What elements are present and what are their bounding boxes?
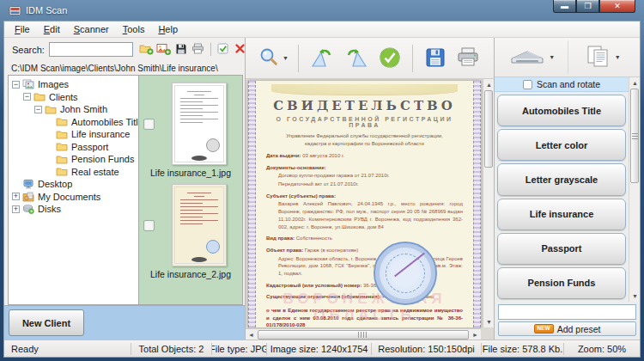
- collapse-icon[interactable]: [23, 93, 31, 101]
- add-preset-button[interactable]: NEW Add preset: [498, 321, 636, 336]
- accept-check-icon: [379, 46, 401, 70]
- status-ready: Ready: [4, 343, 131, 355]
- collapse-icon[interactable]: [12, 81, 20, 89]
- tree-item-label: Passport: [71, 142, 108, 152]
- save-button[interactable]: [173, 41, 190, 58]
- menu-tools[interactable]: Tools: [116, 22, 152, 36]
- scroll-left-arrow[interactable]: ◄: [246, 329, 257, 340]
- save-image-button[interactable]: [419, 42, 452, 75]
- dropdown-arrow-icon[interactable]: ▼: [549, 54, 555, 60]
- images-icon: [22, 79, 34, 89]
- preset-automobiles-title[interactable]: Automobiles Title: [497, 95, 626, 126]
- folder-icon: [56, 155, 68, 164]
- tree-item-clients[interactable]: Clients: [10, 91, 138, 104]
- thumbnail-image[interactable]: [172, 184, 227, 266]
- preset-letter-color[interactable]: Letter color: [497, 129, 626, 161]
- scroll-up-arrow[interactable]: ▲: [483, 79, 494, 90]
- rotate-right-icon: [343, 46, 370, 70]
- tree-item-disks[interactable]: Disks: [10, 203, 138, 216]
- menu-file[interactable]: File: [8, 22, 37, 36]
- tree-item-desktop[interactable]: Desktop: [10, 178, 138, 191]
- tree-item-john-smith[interactable]: John Smith: [10, 103, 138, 116]
- preset-life-insurance[interactable]: Life insurance: [497, 199, 626, 230]
- address-bar[interactable]: C:\IDM Scan\image\Clients\John Smith\Lif…: [4, 61, 245, 75]
- tree-item-pension-funds[interactable]: Pension Funds: [10, 153, 138, 166]
- disks-icon: [22, 204, 34, 214]
- menu-help[interactable]: Help: [151, 22, 185, 36]
- rotate-left-button[interactable]: [305, 42, 339, 75]
- thumbnail-image[interactable]: [172, 83, 227, 165]
- status-file-type: File type: JPG: [212, 343, 267, 355]
- preset-name-input[interactable]: [498, 304, 636, 320]
- guilloche-border-left: [248, 81, 256, 327]
- menu-edit[interactable]: Edit: [37, 22, 67, 36]
- search-input[interactable]: [49, 42, 133, 57]
- thumbnail-filename[interactable]: Life insurance_1.jpg: [141, 168, 240, 178]
- document-preview[interactable]: СВИДЕТЕЛЬСТВО О ГОСУДАРСТВЕННОЙ РЕГИСТРА…: [246, 79, 494, 340]
- tree-item-real-estate[interactable]: Real estate: [10, 166, 138, 179]
- printer-icon: [456, 46, 480, 70]
- tree-item-label: Disks: [38, 204, 61, 214]
- dropdown-arrow-icon[interactable]: ▼: [615, 54, 621, 60]
- status-image-size: Image size: 1240x1754: [267, 343, 372, 355]
- select-all-button[interactable]: [215, 41, 232, 58]
- maximize-button[interactable]: ❒: [576, 0, 599, 13]
- magnifier-icon: [258, 46, 280, 70]
- titlebar[interactable]: IDM Scan ▬ ❒ ✕: [3, 0, 641, 21]
- preset-passport[interactable]: Passport: [497, 233, 626, 265]
- collapse-icon[interactable]: [34, 106, 42, 113]
- add-folder-icon: [139, 43, 154, 57]
- zoom-button[interactable]: ▼: [254, 42, 292, 75]
- preview-horizontal-scrollbar[interactable]: ◄ ►: [246, 328, 481, 340]
- tree-item-automobiles-title[interactable]: Automobiles Title: [10, 116, 138, 129]
- print-icon: [191, 43, 204, 56]
- thumbnail-checkbox[interactable]: [143, 119, 155, 130]
- window-title: IDM Scan: [26, 5, 67, 15]
- copy-button[interactable]: ▼: [568, 40, 639, 74]
- accept-button[interactable]: [374, 42, 406, 75]
- preset-letter-grayscale[interactable]: Letter grayscale: [497, 163, 626, 195]
- menu-scanner[interactable]: Scanner: [67, 22, 116, 36]
- close-button[interactable]: ✕: [599, 0, 635, 13]
- print-button[interactable]: [190, 41, 207, 58]
- scrollbar-thumb[interactable]: [484, 90, 493, 168]
- scroll-right-arrow[interactable]: ►: [470, 329, 481, 340]
- minimize-button[interactable]: ▬: [553, 0, 576, 13]
- tree-item-life-insurance[interactable]: Life insurance: [10, 128, 138, 141]
- preset-pension-funds[interactable]: Pension Funds: [497, 267, 626, 299]
- scrollbar-thumb[interactable]: [630, 89, 639, 183]
- doc-object: Объект права: Гараж (в кооперативе): [266, 247, 463, 254]
- statusbar: Ready Total Objects: 2 File type: JPG Im…: [4, 340, 640, 357]
- scroll-down-arrow[interactable]: ▼: [629, 291, 641, 302]
- presets-scrollbar[interactable]: ▲ ▼: [629, 77, 640, 302]
- print-image-button[interactable]: [452, 42, 484, 75]
- expand-icon[interactable]: [12, 193, 20, 200]
- doc-right-type: Вид права: Собственность: [266, 235, 463, 242]
- thumbnail-filename[interactable]: Life insurance_2.jpg: [141, 269, 240, 279]
- presets-panel: ▼ ▼ Scan and rotate Automobile: [495, 38, 640, 340]
- scrollbar-thumb[interactable]: [258, 330, 469, 340]
- thumbnail-checkbox[interactable]: [143, 220, 155, 231]
- tree-item-label: John Smith: [60, 104, 107, 114]
- tree-item-label: Real estate: [71, 167, 119, 177]
- tree-item-passport[interactable]: Passport: [10, 141, 138, 154]
- tree-item-my-documents[interactable]: My Documents: [10, 191, 138, 204]
- add-image-icon: [156, 43, 171, 57]
- scan-button[interactable]: ▼: [496, 40, 568, 74]
- add-folder-button[interactable]: [138, 41, 155, 58]
- scan-and-rotate-checkbox[interactable]: [523, 80, 532, 89]
- preview-vertical-scrollbar[interactable]: ▲ ▼: [483, 79, 494, 327]
- file-toolbar: [138, 41, 249, 58]
- new-client-button[interactable]: New Client: [9, 309, 84, 336]
- scroll-up-arrow[interactable]: ▲: [629, 77, 641, 89]
- thumbnail-item[interactable]: Life insurance_1.jpg: [141, 83, 240, 178]
- scroll-down-arrow[interactable]: ▼: [483, 316, 494, 327]
- thumbnail-item[interactable]: Life insurance_2.jpg: [141, 184, 240, 279]
- tree-item-images[interactable]: Images: [10, 78, 138, 91]
- new-client-strip: New Client: [4, 305, 245, 340]
- expand-icon[interactable]: [12, 205, 20, 213]
- scan-and-rotate-option[interactable]: Scan and rotate: [495, 77, 629, 92]
- rotate-right-button[interactable]: [339, 42, 374, 75]
- add-image-button[interactable]: [155, 41, 173, 58]
- dropdown-arrow-icon[interactable]: ▼: [283, 55, 289, 61]
